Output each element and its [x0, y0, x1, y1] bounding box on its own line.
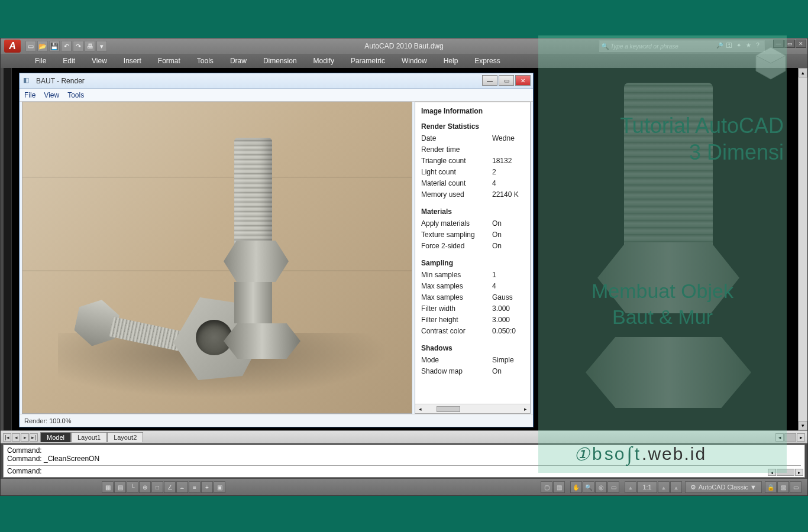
info-key: Contrast color	[421, 326, 492, 337]
cmd-scroll-thumb[interactable]	[777, 469, 794, 476]
image-information-panel[interactable]: Image Information Render StatisticsDateW…	[415, 102, 531, 414]
workspace-switcher[interactable]: ⚙ AutoCAD Classic ▼	[685, 481, 762, 493]
info-horizontal-scrollbar[interactable]: ◂ ▸	[415, 404, 530, 413]
info-key: Max samples	[421, 292, 492, 303]
undo-icon[interactable]: ↶	[61, 41, 72, 51]
hardware-accel-icon[interactable]: ▨	[777, 481, 789, 493]
hscroll-thumb[interactable]	[784, 433, 796, 442]
info-section-heading: Materials	[421, 207, 524, 216]
quickview-layouts-icon[interactable]: ▥	[553, 481, 565, 493]
hscroll-left-icon[interactable]: ◂	[775, 433, 784, 442]
print-icon[interactable]: 🖶	[85, 41, 95, 51]
info-row: ModeSimple	[421, 355, 524, 366]
info-key: Memory used	[421, 189, 492, 200]
steering-wheel-icon[interactable]: ◎	[595, 481, 607, 493]
tab-nav-prev-icon[interactable]: ◂	[12, 433, 20, 442]
menu-edit[interactable]: Edit	[54, 54, 83, 67]
model-paper-toggle-icon[interactable]: ▢	[541, 481, 552, 493]
infocenter-key-icon[interactable]: ⚿	[725, 42, 733, 50]
infocenter-binoculars-icon[interactable]: 🔎	[716, 42, 724, 50]
info-section-heading: Sampling	[421, 259, 524, 267]
info-key: Texture sampling	[421, 229, 492, 241]
osnap-toggle-icon[interactable]: □	[151, 481, 163, 493]
qp-toggle-icon[interactable]: ▣	[214, 481, 225, 493]
menu-file[interactable]: File	[27, 54, 54, 67]
clean-screen-icon[interactable]: ▭	[790, 481, 801, 493]
pan-icon[interactable]: ✋	[570, 481, 582, 493]
info-value: 3.000	[492, 303, 524, 314]
render-titlebar[interactable]: ◧ BAUT - Render ― ▭ ✕	[20, 73, 533, 89]
ducs-toggle-icon[interactable]: ⫠	[176, 481, 188, 493]
render-maximize-button[interactable]: ▭	[499, 75, 514, 86]
floor-seam	[22, 270, 412, 271]
tab-nav-last-icon[interactable]: ▸|	[30, 433, 38, 442]
menu-parametric[interactable]: Parametric	[342, 54, 393, 67]
command-input[interactable]	[42, 467, 801, 475]
menu-dimension[interactable]: Dimension	[255, 54, 305, 67]
redo-icon[interactable]: ↷	[73, 41, 83, 51]
dyn-toggle-icon[interactable]: ≡	[189, 481, 201, 493]
scrollbar-thumb[interactable]	[437, 406, 460, 412]
render-minimize-button[interactable]: ―	[482, 75, 497, 86]
info-value: 4	[492, 281, 524, 292]
polar-toggle-icon[interactable]: ⊕	[139, 481, 151, 493]
annotation-scale-value[interactable]: 1:1	[637, 481, 657, 493]
render-menu-view[interactable]: View	[44, 91, 59, 99]
toolbar-lock-icon[interactable]: 🔒	[765, 481, 777, 493]
command-prompt: Command:	[7, 467, 42, 475]
left-ruler	[4, 68, 12, 430]
render-close-button[interactable]: ✕	[515, 75, 531, 86]
info-value: On	[492, 218, 524, 229]
app-menu-button[interactable]: A	[4, 40, 21, 53]
annotation-visibility-icon[interactable]: ⟁	[658, 481, 670, 493]
scroll-down-icon[interactable]: ▾	[799, 421, 807, 430]
infocenter-satellite-icon[interactable]: ✦	[735, 42, 743, 50]
close-button[interactable]: ✕	[796, 40, 806, 48]
scroll-up-icon[interactable]: ▴	[799, 68, 807, 77]
cmd-scroll-left-icon[interactable]: ◂	[768, 469, 776, 476]
menu-insert[interactable]: Insert	[115, 54, 150, 67]
info-value: 18132	[492, 155, 524, 167]
lwt-toggle-icon[interactable]: +	[201, 481, 213, 493]
tab-layout1[interactable]: Layout1	[71, 432, 107, 442]
new-icon[interactable]: ▭	[25, 41, 36, 51]
menu-view[interactable]: View	[83, 54, 115, 67]
grid-toggle-icon[interactable]: ▤	[114, 481, 126, 493]
menu-format[interactable]: Format	[150, 54, 189, 67]
zoom-icon[interactable]: 🔍	[583, 481, 594, 493]
showmotion-icon[interactable]: ▭	[607, 481, 619, 493]
menu-draw[interactable]: Draw	[222, 54, 255, 67]
save-icon[interactable]: 💾	[49, 41, 60, 51]
infocenter-search[interactable]: 🔍 Type a keyword or phrase 🔎 ⚿ ✦ ★ ?	[599, 40, 765, 52]
annotation-autoscale-icon[interactable]: ⟁	[670, 481, 682, 493]
otrack-toggle-icon[interactable]: ∠	[164, 481, 176, 493]
menu-window[interactable]: Window	[393, 54, 435, 67]
tab-model[interactable]: Model	[40, 432, 71, 442]
tab-nav-next-icon[interactable]: ▸	[21, 433, 29, 442]
annotation-scale-icon[interactable]: ⟁	[625, 481, 636, 493]
info-key: Max samples	[421, 281, 492, 292]
menu-help[interactable]: Help	[435, 54, 467, 67]
tab-layout2[interactable]: Layout2	[107, 432, 143, 442]
info-key: Apply materials	[421, 218, 492, 229]
info-key: Force 2-sided	[421, 241, 492, 252]
search-icon: 🔍	[600, 43, 610, 50]
qat-dropdown-icon[interactable]: ▾	[96, 41, 107, 51]
vertical-scrollbar[interactable]: ▴ ▾	[798, 68, 807, 430]
hscroll-right-icon[interactable]: ▸	[797, 433, 805, 442]
menu-tools[interactable]: Tools	[189, 54, 222, 67]
info-key: Triangle count	[421, 155, 492, 167]
info-section-heading: Shadows	[421, 344, 524, 352]
tab-nav-first-icon[interactable]: |◂	[3, 433, 11, 442]
info-row: Apply materialsOn	[421, 218, 524, 229]
ortho-toggle-icon[interactable]: └	[127, 481, 138, 493]
open-icon[interactable]: 📂	[37, 41, 48, 51]
menu-modify[interactable]: Modify	[305, 54, 342, 67]
viewcube[interactable]	[750, 43, 791, 84]
snap-toggle-icon[interactable]: ▦	[102, 481, 114, 493]
cmd-scroll-right-icon[interactable]: ▸	[795, 469, 803, 476]
info-key: Filter width	[421, 303, 492, 314]
render-menu-file[interactable]: File	[24, 91, 35, 99]
menu-express[interactable]: Express	[466, 54, 508, 67]
render-menu-tools[interactable]: Tools	[67, 91, 84, 99]
